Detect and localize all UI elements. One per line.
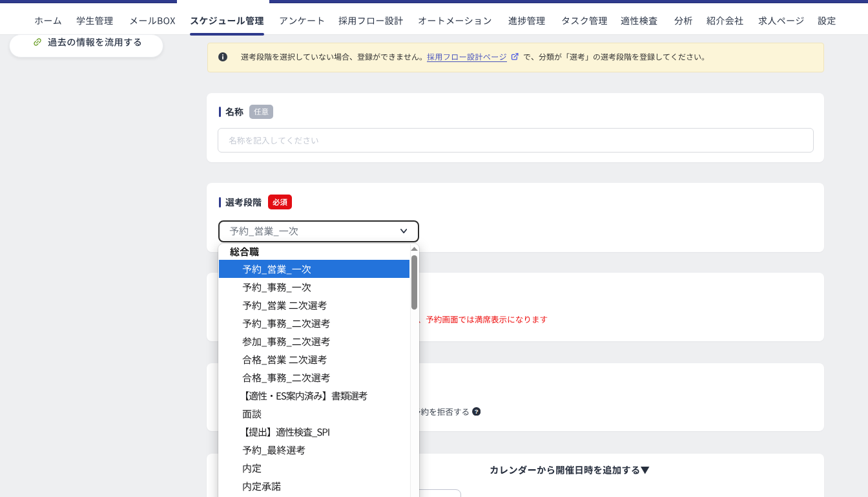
- svg-text:?: ?: [475, 408, 479, 415]
